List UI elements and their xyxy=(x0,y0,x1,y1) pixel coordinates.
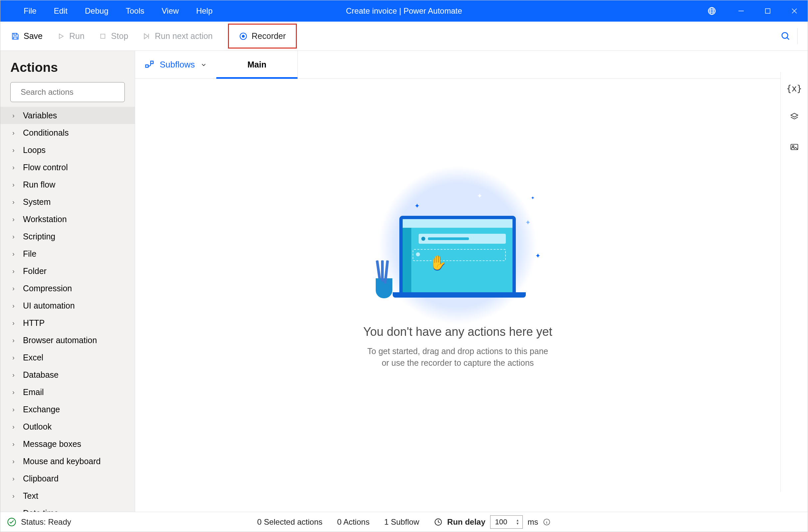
chevron-right-icon: › xyxy=(12,457,18,465)
chevron-right-icon: › xyxy=(12,337,18,344)
variables-panel-button[interactable]: {x} xyxy=(786,83,802,93)
tree-item-outlook[interactable]: ›Outlook xyxy=(0,418,135,435)
play-icon xyxy=(57,32,65,41)
save-icon xyxy=(11,32,20,41)
toolbar-actions: Save Run Stop Run next action xyxy=(0,24,297,49)
menu-file[interactable]: File xyxy=(17,6,43,16)
minimize-button[interactable] xyxy=(728,0,754,22)
tree-item-system[interactable]: ›System xyxy=(0,193,135,210)
search-input[interactable] xyxy=(21,88,120,97)
empty-heading: You don't have any actions here yet xyxy=(363,325,552,339)
action-tree[interactable]: ›Variables›Conditionals›Loops›Flow contr… xyxy=(0,107,135,512)
title-right-group xyxy=(707,0,808,22)
chevron-right-icon: › xyxy=(12,388,18,396)
recorder-button[interactable]: Recorder xyxy=(239,31,286,41)
tree-item-file[interactable]: ›File xyxy=(0,245,135,262)
tree-item-mouse-and-keyboard[interactable]: ›Mouse and keyboard xyxy=(0,453,135,470)
chevron-down-icon xyxy=(200,61,207,68)
status-selected: 0 Selected actions xyxy=(257,517,323,527)
tree-item-message-boxes[interactable]: ›Message boxes xyxy=(0,435,135,453)
tree-item-text[interactable]: ›Text xyxy=(0,487,135,505)
tree-item-label: UI automation xyxy=(23,301,75,310)
menu-tools[interactable]: Tools xyxy=(119,6,151,16)
search-box[interactable] xyxy=(10,82,125,102)
status-subflows: 1 Subflow xyxy=(384,517,419,527)
tree-item-folder[interactable]: ›Folder xyxy=(0,262,135,280)
run-next-button[interactable]: Run next action xyxy=(138,28,217,43)
tree-item-date-time[interactable]: ›Date time xyxy=(0,505,135,512)
tree-item-label: Loops xyxy=(23,145,45,155)
main-panel: Subflows Main ✦ ✦ ✦ ✦ ✦ ✦ xyxy=(135,51,781,512)
stop-button[interactable]: Stop xyxy=(94,28,132,43)
chevron-right-icon: › xyxy=(12,181,18,189)
chevron-right-icon: › xyxy=(12,475,18,482)
subflows-dropdown[interactable]: Subflows xyxy=(135,51,216,78)
tree-item-flow-control[interactable]: ›Flow control xyxy=(0,158,135,176)
tree-item-database[interactable]: ›Database xyxy=(0,366,135,383)
tree-item-run-flow[interactable]: ›Run flow xyxy=(0,176,135,193)
tree-item-scripting[interactable]: ›Scripting xyxy=(0,228,135,245)
tree-item-label: Message boxes xyxy=(23,439,81,449)
tree-item-label: Scripting xyxy=(23,232,55,241)
svg-point-6 xyxy=(782,32,788,38)
tree-item-label: Date time xyxy=(23,508,59,512)
save-button[interactable]: Save xyxy=(7,28,47,43)
run-delay-input[interactable]: 100 ▲▼ xyxy=(490,515,523,529)
tree-item-conditionals[interactable]: ›Conditionals xyxy=(0,124,135,141)
tree-item-clipboard[interactable]: ›Clipboard xyxy=(0,470,135,487)
account-switcher[interactable] xyxy=(707,6,720,16)
designer-canvas[interactable]: ✦ ✦ ✦ ✦ ✦ ✦ xyxy=(135,79,781,512)
step-icon xyxy=(142,32,151,41)
tab-main[interactable]: Main xyxy=(216,51,298,78)
chevron-right-icon: › xyxy=(12,146,18,154)
menu-debug[interactable]: Debug xyxy=(78,6,115,16)
svg-rect-9 xyxy=(151,61,153,63)
tree-item-variables[interactable]: ›Variables xyxy=(0,107,135,124)
empty-sub-2: or use the recorder to capture the actio… xyxy=(363,357,552,369)
tree-item-email[interactable]: ›Email xyxy=(0,383,135,401)
info-icon[interactable] xyxy=(543,518,551,526)
chevron-right-icon: › xyxy=(12,406,18,413)
toolbar: Save Run Stop Run next action xyxy=(0,22,808,51)
menu-help[interactable]: Help xyxy=(189,6,219,16)
close-button[interactable] xyxy=(781,0,808,22)
clock-icon xyxy=(434,518,443,526)
tree-item-label: Browser automation xyxy=(23,336,97,345)
tree-item-exchange[interactable]: ›Exchange xyxy=(0,401,135,418)
app-window: File Edit Debug Tools View Help Create i… xyxy=(0,0,808,532)
images-panel-button[interactable] xyxy=(790,142,799,154)
maximize-button[interactable] xyxy=(754,0,781,22)
chevron-right-icon: › xyxy=(12,250,18,258)
tree-item-workstation[interactable]: ›Workstation xyxy=(0,210,135,228)
tree-item-ui-automation[interactable]: ›UI automation xyxy=(0,297,135,314)
status-ready-text: Status: Ready xyxy=(21,517,71,527)
tree-item-label: Conditionals xyxy=(23,128,69,138)
tree-item-compression[interactable]: ›Compression xyxy=(0,280,135,297)
tree-item-excel[interactable]: ›Excel xyxy=(0,349,135,366)
run-button[interactable]: Run xyxy=(53,28,89,43)
search-container xyxy=(0,82,135,107)
tree-item-loops[interactable]: ›Loops xyxy=(0,141,135,158)
spinner-buttons[interactable]: ▲▼ xyxy=(516,519,519,525)
tree-item-label: Compression xyxy=(23,284,72,293)
tree-item-browser-automation[interactable]: ›Browser automation xyxy=(0,331,135,349)
ui-elements-button[interactable] xyxy=(790,112,799,124)
toolbar-search-button[interactable] xyxy=(781,28,798,44)
svg-rect-2 xyxy=(766,8,770,13)
minimize-icon xyxy=(738,8,745,14)
chevron-right-icon: › xyxy=(12,509,18,512)
globe-icon xyxy=(707,6,716,16)
empty-state: ✦ ✦ ✦ ✦ ✦ ✦ xyxy=(363,175,552,369)
menu-bar: File Edit Debug Tools View Help xyxy=(0,0,219,22)
run-delay-unit: ms xyxy=(528,517,538,527)
status-left: Status: Ready xyxy=(7,517,71,527)
menu-view[interactable]: View xyxy=(155,6,186,16)
run-next-label: Run next action xyxy=(155,31,213,41)
menu-edit[interactable]: Edit xyxy=(47,6,74,16)
chevron-right-icon: › xyxy=(12,267,18,275)
check-circle-icon xyxy=(7,517,16,527)
empty-illustration: ✦ ✦ ✦ ✦ ✦ ✦ xyxy=(364,175,551,315)
tree-item-http[interactable]: ›HTTP xyxy=(0,314,135,331)
tree-item-label: Database xyxy=(23,370,59,380)
search-icon xyxy=(781,31,791,41)
